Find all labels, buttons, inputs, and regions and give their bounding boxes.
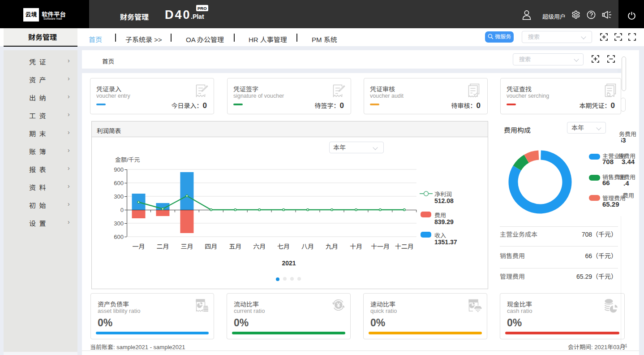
svg-text:十二月: 十二月: [395, 243, 414, 250]
svg-text:900: 900: [114, 166, 124, 173]
svg-text:十月: 十月: [350, 243, 362, 250]
svg-text:八月: 八月: [301, 243, 314, 250]
svg-text:2021: 2021: [282, 260, 296, 267]
svg-text:七月: 七月: [277, 243, 290, 250]
svg-text:金额/千元: 金额/千元: [115, 156, 140, 163]
svg-text:二月: 二月: [156, 243, 169, 250]
svg-text:三月: 三月: [180, 243, 193, 250]
svg-text:300: 300: [114, 220, 124, 227]
svg-text:0: 0: [120, 207, 124, 213]
svg-text:六月: 六月: [253, 243, 266, 250]
svg-text:600: 600: [114, 234, 124, 240]
svg-text:600: 600: [114, 180, 124, 186]
svg-text:十一月: 十一月: [371, 243, 390, 250]
svg-text:300: 300: [114, 193, 124, 200]
svg-text:四月: 四月: [205, 243, 217, 250]
svg-text:九月: 九月: [326, 243, 338, 250]
svg-text:五月: 五月: [229, 243, 241, 250]
svg-text:一月: 一月: [133, 243, 145, 250]
